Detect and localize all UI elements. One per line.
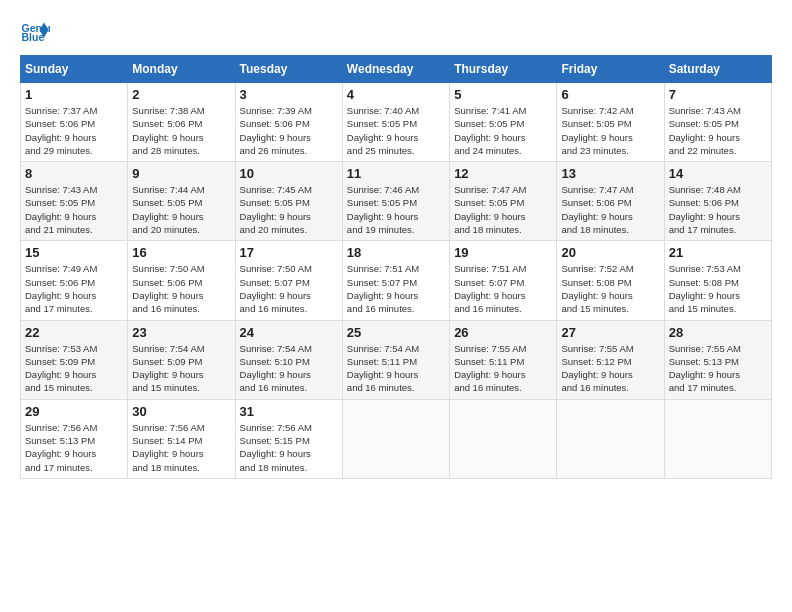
day-number: 9	[132, 166, 230, 181]
table-row: 18 Sunrise: 7:51 AM Sunset: 5:07 PM Dayl…	[342, 241, 449, 320]
day-info: Sunrise: 7:55 AM Sunset: 5:12 PM Dayligh…	[561, 342, 659, 395]
day-info: Sunrise: 7:51 AM Sunset: 5:07 PM Dayligh…	[454, 262, 552, 315]
header-thursday: Thursday	[450, 56, 557, 83]
table-row: 30 Sunrise: 7:56 AM Sunset: 5:14 PM Dayl…	[128, 399, 235, 478]
day-info: Sunrise: 7:54 AM Sunset: 5:09 PM Dayligh…	[132, 342, 230, 395]
day-info: Sunrise: 7:53 AM Sunset: 5:08 PM Dayligh…	[669, 262, 767, 315]
table-row: 4 Sunrise: 7:40 AM Sunset: 5:05 PM Dayli…	[342, 83, 449, 162]
header-sunday: Sunday	[21, 56, 128, 83]
table-row: 16 Sunrise: 7:50 AM Sunset: 5:06 PM Dayl…	[128, 241, 235, 320]
day-number: 15	[25, 245, 123, 260]
header-saturday: Saturday	[664, 56, 771, 83]
day-info: Sunrise: 7:43 AM Sunset: 5:05 PM Dayligh…	[669, 104, 767, 157]
table-row: 12 Sunrise: 7:47 AM Sunset: 5:05 PM Dayl…	[450, 162, 557, 241]
day-info: Sunrise: 7:52 AM Sunset: 5:08 PM Dayligh…	[561, 262, 659, 315]
table-row: 1 Sunrise: 7:37 AM Sunset: 5:06 PM Dayli…	[21, 83, 128, 162]
table-row: 15 Sunrise: 7:49 AM Sunset: 5:06 PM Dayl…	[21, 241, 128, 320]
day-info: Sunrise: 7:45 AM Sunset: 5:05 PM Dayligh…	[240, 183, 338, 236]
day-number: 28	[669, 325, 767, 340]
table-row: 3 Sunrise: 7:39 AM Sunset: 5:06 PM Dayli…	[235, 83, 342, 162]
day-number: 12	[454, 166, 552, 181]
day-number: 18	[347, 245, 445, 260]
weekday-header-row: Sunday Monday Tuesday Wednesday Thursday…	[21, 56, 772, 83]
day-info: Sunrise: 7:47 AM Sunset: 5:05 PM Dayligh…	[454, 183, 552, 236]
table-row: 9 Sunrise: 7:44 AM Sunset: 5:05 PM Dayli…	[128, 162, 235, 241]
day-info: Sunrise: 7:55 AM Sunset: 5:13 PM Dayligh…	[669, 342, 767, 395]
day-info: Sunrise: 7:56 AM Sunset: 5:15 PM Dayligh…	[240, 421, 338, 474]
day-info: Sunrise: 7:53 AM Sunset: 5:09 PM Dayligh…	[25, 342, 123, 395]
day-number: 2	[132, 87, 230, 102]
day-info: Sunrise: 7:38 AM Sunset: 5:06 PM Dayligh…	[132, 104, 230, 157]
table-row: 8 Sunrise: 7:43 AM Sunset: 5:05 PM Dayli…	[21, 162, 128, 241]
header-monday: Monday	[128, 56, 235, 83]
calendar-week-row: 8 Sunrise: 7:43 AM Sunset: 5:05 PM Dayli…	[21, 162, 772, 241]
day-number: 25	[347, 325, 445, 340]
day-number: 13	[561, 166, 659, 181]
day-info: Sunrise: 7:40 AM Sunset: 5:05 PM Dayligh…	[347, 104, 445, 157]
day-info: Sunrise: 7:37 AM Sunset: 5:06 PM Dayligh…	[25, 104, 123, 157]
day-number: 24	[240, 325, 338, 340]
day-info: Sunrise: 7:41 AM Sunset: 5:05 PM Dayligh…	[454, 104, 552, 157]
table-row: 21 Sunrise: 7:53 AM Sunset: 5:08 PM Dayl…	[664, 241, 771, 320]
day-number: 26	[454, 325, 552, 340]
day-number: 11	[347, 166, 445, 181]
empty-cell	[664, 399, 771, 478]
day-number: 29	[25, 404, 123, 419]
day-info: Sunrise: 7:47 AM Sunset: 5:06 PM Dayligh…	[561, 183, 659, 236]
table-row: 2 Sunrise: 7:38 AM Sunset: 5:06 PM Dayli…	[128, 83, 235, 162]
day-info: Sunrise: 7:39 AM Sunset: 5:06 PM Dayligh…	[240, 104, 338, 157]
day-number: 1	[25, 87, 123, 102]
day-info: Sunrise: 7:49 AM Sunset: 5:06 PM Dayligh…	[25, 262, 123, 315]
table-row: 10 Sunrise: 7:45 AM Sunset: 5:05 PM Dayl…	[235, 162, 342, 241]
day-info: Sunrise: 7:44 AM Sunset: 5:05 PM Dayligh…	[132, 183, 230, 236]
day-info: Sunrise: 7:56 AM Sunset: 5:13 PM Dayligh…	[25, 421, 123, 474]
empty-cell	[342, 399, 449, 478]
calendar-week-row: 29 Sunrise: 7:56 AM Sunset: 5:13 PM Dayl…	[21, 399, 772, 478]
table-row: 26 Sunrise: 7:55 AM Sunset: 5:11 PM Dayl…	[450, 320, 557, 399]
calendar-week-row: 15 Sunrise: 7:49 AM Sunset: 5:06 PM Dayl…	[21, 241, 772, 320]
day-info: Sunrise: 7:54 AM Sunset: 5:10 PM Dayligh…	[240, 342, 338, 395]
day-number: 19	[454, 245, 552, 260]
logo-icon: General Blue	[20, 15, 50, 45]
table-row: 6 Sunrise: 7:42 AM Sunset: 5:05 PM Dayli…	[557, 83, 664, 162]
header: General Blue	[20, 15, 772, 45]
logo: General Blue	[20, 15, 52, 45]
day-info: Sunrise: 7:50 AM Sunset: 5:06 PM Dayligh…	[132, 262, 230, 315]
calendar-table: Sunday Monday Tuesday Wednesday Thursday…	[20, 55, 772, 479]
table-row: 7 Sunrise: 7:43 AM Sunset: 5:05 PM Dayli…	[664, 83, 771, 162]
day-number: 10	[240, 166, 338, 181]
table-row: 20 Sunrise: 7:52 AM Sunset: 5:08 PM Dayl…	[557, 241, 664, 320]
day-info: Sunrise: 7:46 AM Sunset: 5:05 PM Dayligh…	[347, 183, 445, 236]
day-number: 23	[132, 325, 230, 340]
table-row: 23 Sunrise: 7:54 AM Sunset: 5:09 PM Dayl…	[128, 320, 235, 399]
header-wednesday: Wednesday	[342, 56, 449, 83]
header-tuesday: Tuesday	[235, 56, 342, 83]
day-number: 30	[132, 404, 230, 419]
day-number: 27	[561, 325, 659, 340]
day-number: 4	[347, 87, 445, 102]
table-row: 28 Sunrise: 7:55 AM Sunset: 5:13 PM Dayl…	[664, 320, 771, 399]
svg-text:Blue: Blue	[22, 31, 45, 43]
table-row: 14 Sunrise: 7:48 AM Sunset: 5:06 PM Dayl…	[664, 162, 771, 241]
table-row: 27 Sunrise: 7:55 AM Sunset: 5:12 PM Dayl…	[557, 320, 664, 399]
table-row: 24 Sunrise: 7:54 AM Sunset: 5:10 PM Dayl…	[235, 320, 342, 399]
table-row: 11 Sunrise: 7:46 AM Sunset: 5:05 PM Dayl…	[342, 162, 449, 241]
table-row: 5 Sunrise: 7:41 AM Sunset: 5:05 PM Dayli…	[450, 83, 557, 162]
table-row: 31 Sunrise: 7:56 AM Sunset: 5:15 PM Dayl…	[235, 399, 342, 478]
day-number: 7	[669, 87, 767, 102]
day-info: Sunrise: 7:55 AM Sunset: 5:11 PM Dayligh…	[454, 342, 552, 395]
day-number: 20	[561, 245, 659, 260]
day-info: Sunrise: 7:43 AM Sunset: 5:05 PM Dayligh…	[25, 183, 123, 236]
day-info: Sunrise: 7:51 AM Sunset: 5:07 PM Dayligh…	[347, 262, 445, 315]
day-number: 6	[561, 87, 659, 102]
header-friday: Friday	[557, 56, 664, 83]
day-info: Sunrise: 7:54 AM Sunset: 5:11 PM Dayligh…	[347, 342, 445, 395]
day-info: Sunrise: 7:48 AM Sunset: 5:06 PM Dayligh…	[669, 183, 767, 236]
calendar-week-row: 22 Sunrise: 7:53 AM Sunset: 5:09 PM Dayl…	[21, 320, 772, 399]
table-row: 29 Sunrise: 7:56 AM Sunset: 5:13 PM Dayl…	[21, 399, 128, 478]
empty-cell	[557, 399, 664, 478]
calendar-week-row: 1 Sunrise: 7:37 AM Sunset: 5:06 PM Dayli…	[21, 83, 772, 162]
table-row: 25 Sunrise: 7:54 AM Sunset: 5:11 PM Dayl…	[342, 320, 449, 399]
day-number: 21	[669, 245, 767, 260]
table-row: 19 Sunrise: 7:51 AM Sunset: 5:07 PM Dayl…	[450, 241, 557, 320]
